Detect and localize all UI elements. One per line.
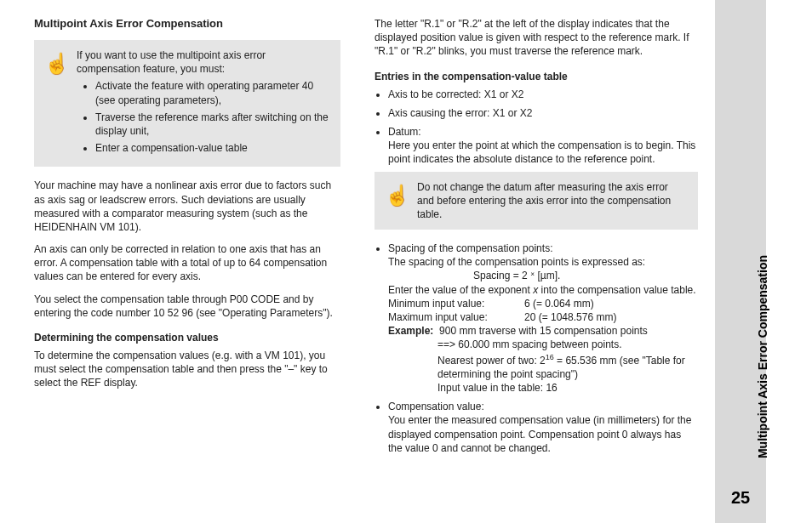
subheading: Determining the compensation values bbox=[34, 332, 340, 344]
note-intro: If you want to use the multipoint axis e… bbox=[77, 48, 329, 76]
list-item: Compensation value: You enter the measur… bbox=[388, 400, 698, 455]
list-item: Spacing of the compensation points: The … bbox=[388, 242, 698, 395]
entries-list: Axis to be corrected: X1 or X2 Axis caus… bbox=[375, 88, 698, 167]
formula: Spacing = 2 ˣ [µm]. bbox=[388, 269, 698, 282]
note-box-2: ☝ Do not change the datum after measurin… bbox=[375, 172, 698, 230]
paragraph: To determine the compensation values (e.… bbox=[34, 349, 340, 390]
note-item: Traverse the reference marks after switc… bbox=[95, 111, 329, 138]
note-list: Activate the feature with operating para… bbox=[77, 79, 329, 155]
paragraph: You select the compensation table throug… bbox=[34, 293, 340, 320]
paragraph: An axis can only be corrected in relatio… bbox=[34, 242, 340, 284]
note-box-1: ☝ If you want to use the multipoint axis… bbox=[34, 40, 340, 167]
list-item: Axis causing the error: X1 or X2 bbox=[388, 106, 698, 120]
side-title: Multipoint Axis Error Compensation bbox=[756, 255, 769, 458]
note-text: Do not change the datum after measuring … bbox=[417, 181, 671, 220]
heading-main: Multipoint Axis Error Compensation bbox=[34, 17, 340, 30]
example: Example: 900 mm traverse with 15 compens… bbox=[388, 324, 698, 395]
hand-point-icon: ☝ bbox=[44, 50, 70, 77]
entries-list-2: Spacing of the compensation points: The … bbox=[375, 242, 698, 455]
max-row: Maximum input value: 20 (= 1048.576 mm) bbox=[388, 310, 698, 324]
side-tab: Multipoint Axis Error Compensation 25 bbox=[715, 0, 766, 523]
paragraph: Your machine may have a nonlinear axis e… bbox=[34, 179, 340, 234]
min-row: Minimum input value: 6 (= 0.064 mm) bbox=[388, 297, 698, 310]
paragraph: The letter "R.1" or "R.2" at the left of… bbox=[375, 17, 698, 59]
list-item: Datum: Here you enter the point at which… bbox=[388, 125, 698, 167]
page-number: 25 bbox=[715, 488, 766, 508]
left-column: Multipoint Axis Error Compensation ☝ If … bbox=[0, 0, 357, 523]
note-item: Activate the feature with operating para… bbox=[95, 79, 329, 106]
list-item: Axis to be corrected: X1 or X2 bbox=[388, 88, 698, 101]
page: Multipoint Axis Error Compensation ☝ If … bbox=[0, 0, 812, 523]
subheading: Entries in the compensation-value table bbox=[375, 71, 698, 82]
note-item: Enter a compensation-value table bbox=[95, 141, 329, 155]
right-column: The letter "R.1" or "R.2" at the left of… bbox=[357, 0, 715, 523]
hand-point-icon: ☝ bbox=[385, 182, 410, 209]
